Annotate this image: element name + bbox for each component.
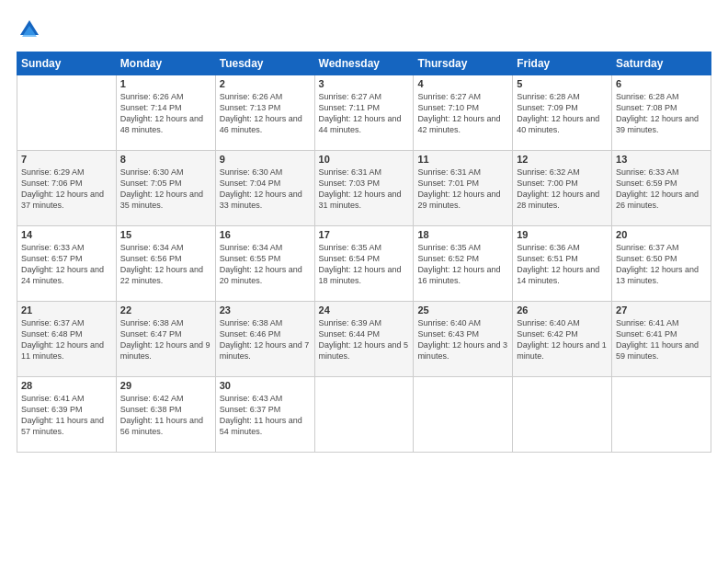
day-number: 14 <box>21 229 112 240</box>
day-info: Sunrise: 6:26 AM Sunset: 7:13 PM Dayligh… <box>220 91 311 136</box>
day-cell <box>314 377 414 453</box>
day-number: 7 <box>21 154 112 165</box>
col-header-wednesday: Wednesday <box>314 52 414 75</box>
week-row-1: 1Sunrise: 6:26 AM Sunset: 7:14 PM Daylig… <box>17 75 711 151</box>
week-row-5: 28Sunrise: 6:41 AM Sunset: 6:39 PM Dayli… <box>17 377 711 453</box>
day-cell: 20Sunrise: 6:37 AM Sunset: 6:50 PM Dayli… <box>612 226 711 302</box>
day-info: Sunrise: 6:39 AM Sunset: 6:44 PM Dayligh… <box>319 317 410 362</box>
day-info: Sunrise: 6:36 AM Sunset: 6:51 PM Dayligh… <box>517 242 608 287</box>
logo <box>17 17 46 42</box>
day-cell: 19Sunrise: 6:36 AM Sunset: 6:51 PM Dayli… <box>513 226 612 302</box>
day-cell: 8Sunrise: 6:30 AM Sunset: 7:05 PM Daylig… <box>116 151 215 226</box>
week-row-4: 21Sunrise: 6:37 AM Sunset: 6:48 PM Dayli… <box>17 302 711 377</box>
day-info: Sunrise: 6:31 AM Sunset: 7:03 PM Dayligh… <box>319 167 410 212</box>
day-cell: 7Sunrise: 6:29 AM Sunset: 7:06 PM Daylig… <box>17 151 117 226</box>
day-cell: 3Sunrise: 6:27 AM Sunset: 7:11 PM Daylig… <box>314 75 414 151</box>
day-number: 25 <box>417 304 508 316</box>
day-cell: 28Sunrise: 6:41 AM Sunset: 6:39 PM Dayli… <box>17 377 117 453</box>
header-row: SundayMondayTuesdayWednesdayThursdayFrid… <box>17 52 711 75</box>
day-info: Sunrise: 6:29 AM Sunset: 7:06 PM Dayligh… <box>21 167 112 212</box>
header <box>17 17 711 42</box>
day-info: Sunrise: 6:34 AM Sunset: 6:55 PM Dayligh… <box>220 242 311 287</box>
day-cell: 2Sunrise: 6:26 AM Sunset: 7:13 PM Daylig… <box>215 75 314 151</box>
day-number: 18 <box>417 229 508 240</box>
day-number: 24 <box>319 304 410 316</box>
day-cell: 29Sunrise: 6:42 AM Sunset: 6:38 PM Dayli… <box>116 377 215 453</box>
day-cell: 21Sunrise: 6:37 AM Sunset: 6:48 PM Dayli… <box>17 302 117 377</box>
day-number: 16 <box>220 229 311 240</box>
day-cell <box>513 377 612 453</box>
day-cell: 10Sunrise: 6:31 AM Sunset: 7:03 PM Dayli… <box>314 151 414 226</box>
day-cell: 24Sunrise: 6:39 AM Sunset: 6:44 PM Dayli… <box>314 302 414 377</box>
day-number: 29 <box>120 380 211 391</box>
day-cell: 17Sunrise: 6:35 AM Sunset: 6:54 PM Dayli… <box>314 226 414 302</box>
col-header-tuesday: Tuesday <box>215 52 314 75</box>
day-info: Sunrise: 6:37 AM Sunset: 6:48 PM Dayligh… <box>21 317 112 362</box>
day-cell: 15Sunrise: 6:34 AM Sunset: 6:56 PM Dayli… <box>116 226 215 302</box>
day-cell: 9Sunrise: 6:30 AM Sunset: 7:04 PM Daylig… <box>215 151 314 226</box>
day-cell <box>17 75 117 151</box>
day-info: Sunrise: 6:42 AM Sunset: 6:38 PM Dayligh… <box>120 393 211 438</box>
day-number: 17 <box>319 229 410 240</box>
day-info: Sunrise: 6:30 AM Sunset: 7:05 PM Dayligh… <box>120 167 211 212</box>
day-cell: 16Sunrise: 6:34 AM Sunset: 6:55 PM Dayli… <box>215 226 314 302</box>
day-number: 30 <box>220 380 311 391</box>
day-info: Sunrise: 6:31 AM Sunset: 7:01 PM Dayligh… <box>417 167 508 212</box>
day-info: Sunrise: 6:28 AM Sunset: 7:08 PM Dayligh… <box>616 91 707 136</box>
day-info: Sunrise: 6:26 AM Sunset: 7:14 PM Dayligh… <box>120 91 211 136</box>
day-cell: 26Sunrise: 6:40 AM Sunset: 6:42 PM Dayli… <box>513 302 612 377</box>
day-number: 2 <box>220 78 311 89</box>
day-cell: 27Sunrise: 6:41 AM Sunset: 6:41 PM Dayli… <box>612 302 711 377</box>
day-info: Sunrise: 6:33 AM Sunset: 6:57 PM Dayligh… <box>21 242 112 287</box>
day-info: Sunrise: 6:41 AM Sunset: 6:39 PM Dayligh… <box>21 393 112 438</box>
col-header-friday: Friday <box>513 52 612 75</box>
day-info: Sunrise: 6:30 AM Sunset: 7:04 PM Dayligh… <box>220 167 311 212</box>
day-cell <box>414 377 513 453</box>
day-number: 22 <box>120 304 211 316</box>
day-info: Sunrise: 6:40 AM Sunset: 6:43 PM Dayligh… <box>417 317 508 362</box>
day-number: 6 <box>616 78 707 89</box>
day-cell: 5Sunrise: 6:28 AM Sunset: 7:09 PM Daylig… <box>513 75 612 151</box>
day-cell: 4Sunrise: 6:27 AM Sunset: 7:10 PM Daylig… <box>414 75 513 151</box>
day-number: 11 <box>417 154 508 165</box>
day-info: Sunrise: 6:34 AM Sunset: 6:56 PM Dayligh… <box>120 242 211 287</box>
calendar-table: SundayMondayTuesdayWednesdayThursdayFrid… <box>17 52 711 453</box>
day-number: 26 <box>517 304 608 316</box>
day-info: Sunrise: 6:28 AM Sunset: 7:09 PM Dayligh… <box>517 91 608 136</box>
day-cell: 6Sunrise: 6:28 AM Sunset: 7:08 PM Daylig… <box>612 75 711 151</box>
logo-icon <box>17 17 42 42</box>
day-number: 12 <box>517 154 608 165</box>
day-cell: 13Sunrise: 6:33 AM Sunset: 6:59 PM Dayli… <box>612 151 711 226</box>
day-number: 28 <box>21 380 112 391</box>
col-header-sunday: Sunday <box>17 52 117 75</box>
col-header-monday: Monday <box>116 52 215 75</box>
day-number: 21 <box>21 304 112 316</box>
page: SundayMondayTuesdayWednesdayThursdayFrid… <box>0 0 728 563</box>
day-number: 1 <box>120 78 211 89</box>
col-header-thursday: Thursday <box>414 52 513 75</box>
day-info: Sunrise: 6:41 AM Sunset: 6:41 PM Dayligh… <box>616 317 707 362</box>
day-number: 9 <box>220 154 311 165</box>
day-number: 3 <box>319 78 410 89</box>
day-info: Sunrise: 6:33 AM Sunset: 6:59 PM Dayligh… <box>616 167 707 212</box>
day-info: Sunrise: 6:38 AM Sunset: 6:46 PM Dayligh… <box>220 317 311 362</box>
day-cell: 1Sunrise: 6:26 AM Sunset: 7:14 PM Daylig… <box>116 75 215 151</box>
week-row-3: 14Sunrise: 6:33 AM Sunset: 6:57 PM Dayli… <box>17 226 711 302</box>
day-info: Sunrise: 6:38 AM Sunset: 6:47 PM Dayligh… <box>120 317 211 362</box>
day-info: Sunrise: 6:35 AM Sunset: 6:54 PM Dayligh… <box>319 242 410 287</box>
day-number: 20 <box>616 229 707 240</box>
day-info: Sunrise: 6:43 AM Sunset: 6:37 PM Dayligh… <box>220 393 311 438</box>
day-cell: 14Sunrise: 6:33 AM Sunset: 6:57 PM Dayli… <box>17 226 117 302</box>
day-info: Sunrise: 6:35 AM Sunset: 6:52 PM Dayligh… <box>417 242 508 287</box>
day-cell: 30Sunrise: 6:43 AM Sunset: 6:37 PM Dayli… <box>215 377 314 453</box>
day-number: 15 <box>120 229 211 240</box>
day-cell: 12Sunrise: 6:32 AM Sunset: 7:00 PM Dayli… <box>513 151 612 226</box>
week-row-2: 7Sunrise: 6:29 AM Sunset: 7:06 PM Daylig… <box>17 151 711 226</box>
day-cell: 25Sunrise: 6:40 AM Sunset: 6:43 PM Dayli… <box>414 302 513 377</box>
day-info: Sunrise: 6:40 AM Sunset: 6:42 PM Dayligh… <box>517 317 608 362</box>
day-cell: 23Sunrise: 6:38 AM Sunset: 6:46 PM Dayli… <box>215 302 314 377</box>
day-info: Sunrise: 6:32 AM Sunset: 7:00 PM Dayligh… <box>517 167 608 212</box>
day-cell: 18Sunrise: 6:35 AM Sunset: 6:52 PM Dayli… <box>414 226 513 302</box>
day-number: 4 <box>417 78 508 89</box>
day-cell: 11Sunrise: 6:31 AM Sunset: 7:01 PM Dayli… <box>414 151 513 226</box>
